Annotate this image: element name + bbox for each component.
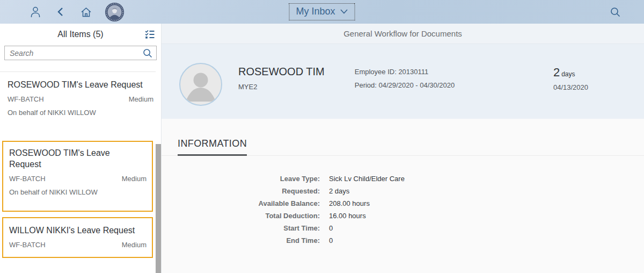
work-item-priority: Medium [122, 241, 147, 249]
worklist-header: All Items (5) [0, 24, 161, 45]
field-label: Requested: [178, 185, 320, 197]
worklist-sidebar: All Items (5) [0, 24, 161, 273]
avatar [179, 63, 222, 106]
seal-logo[interactable] [105, 2, 125, 22]
search-go-icon[interactable] [142, 48, 153, 59]
work-item-creator: WF-BATCH [8, 95, 44, 103]
leave-period: Period: 04/29/2020 - 04/30/2020 [355, 81, 455, 89]
person-icon[interactable] [29, 5, 42, 18]
status-unit: days [561, 70, 575, 78]
employee-id: Employee ID: 20130111 [355, 68, 455, 76]
field-label: End Time: [178, 234, 320, 247]
work-item-creator: WF-BATCH [9, 241, 46, 249]
object-header: ROSEWOOD TIM MYE2 Employee ID: 20130111 … [162, 44, 644, 119]
home-icon[interactable] [79, 5, 92, 18]
search-icon[interactable] [609, 5, 621, 18]
work-item-priority: Medium [129, 95, 153, 103]
search-input[interactable] [10, 49, 142, 58]
worklist-title: All Items (5) [57, 30, 103, 39]
work-item-on-behalf: On behalf of NIKKI WILLOW [8, 109, 153, 117]
sidebar-scrollbar-thumb[interactable] [156, 144, 161, 273]
status-date: 04/13/2020 [553, 83, 588, 91]
my-inbox-app: My Inbox All Items (5) [0, 0, 644, 273]
shell-bar: My Inbox [0, 0, 644, 24]
field-label: Leave Type: [178, 173, 320, 185]
work-item-priority: Medium [122, 175, 147, 183]
field-value: 208.00 hours [329, 197, 644, 210]
employee-name: ROSEWOOD TIM [238, 66, 325, 78]
back-icon[interactable] [54, 5, 67, 18]
work-item-title: ROSEWOOD TIM's Leave Request [8, 79, 153, 90]
detail-content: INFORMATION Leave Type: Sick Lv Child/El… [162, 119, 644, 273]
field-value: 0 [329, 234, 644, 247]
object-status: 2days 04/13/2020 [553, 66, 588, 91]
worklist-search [4, 46, 157, 60]
field-value: Sick Lv Child/Elder Care [329, 173, 644, 185]
app-title-menu-button[interactable]: My Inbox [289, 3, 355, 20]
employee-code: MYE2 [238, 83, 325, 91]
work-item-3-selected[interactable]: WILLOW NIKKI's Leave Request WF-BATCH Me… [2, 217, 153, 258]
field-label: Total Deduction: [178, 210, 320, 222]
work-item-title: WILLOW NIKKI's Leave Request [9, 225, 147, 236]
field-value: 16.00 hours [329, 210, 644, 222]
field-value: 0 [329, 222, 644, 234]
chevron-down-icon [340, 9, 348, 14]
tab-information[interactable]: INFORMATION [178, 138, 247, 156]
detail-panel: General Workflow for Documents ROSEWOOD … [161, 24, 644, 273]
status-value: 2 [553, 66, 560, 79]
detail-header: General Workflow for Documents [162, 24, 644, 44]
work-item-creator: WF-BATCH [9, 175, 46, 183]
app-title: My Inbox [296, 6, 335, 17]
field-label: Available Balance: [178, 197, 320, 210]
tab-strip: INFORMATION [162, 138, 644, 156]
detail-title: General Workflow for Documents [343, 29, 462, 38]
work-item-1[interactable]: ROSEWOOD TIM's Leave Request WF-BATCH Me… [0, 72, 161, 125]
work-item-on-behalf: On behalf of NIKKI WILLOW [9, 188, 147, 196]
field-value: 2 days [329, 185, 644, 197]
multi-select-icon[interactable] [144, 28, 156, 40]
object-attributes: Employee ID: 20130111 Period: 04/29/2020… [355, 68, 455, 119]
work-item-title: ROSEWOOD TIM's Leave Request [9, 147, 135, 170]
work-item-2-selected[interactable]: ROSEWOOD TIM's Leave Request WF-BATCH Me… [2, 141, 153, 212]
information-form: Leave Type: Sick Lv Child/Elder Care Req… [178, 173, 644, 247]
field-label: Start Time: [178, 222, 320, 234]
shell-left-icons [0, 2, 125, 22]
